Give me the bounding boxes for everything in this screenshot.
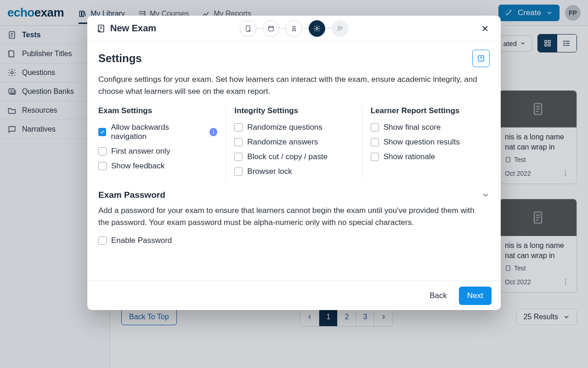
step-assign [332, 20, 348, 37]
col-integrity-settings: Integrity Settings Randomize questions R… [226, 106, 362, 180]
checkbox-icon [371, 123, 379, 132]
svg-point-31 [316, 28, 318, 29]
col-title: Integrity Settings [234, 106, 353, 115]
opt-randomize-questions[interactable]: Randomize questions [234, 121, 353, 136]
checkbox-icon [234, 167, 243, 176]
opt-label: First answer only [111, 147, 170, 156]
close-button[interactable] [479, 22, 492, 35]
pw-title: Exam Password [98, 190, 165, 200]
col-learner-report: Learner Report Settings Show final score… [362, 106, 490, 180]
settings-columns: Exam Settings Allow backwards navigation… [98, 106, 490, 180]
svg-point-32 [338, 26, 340, 28]
svg-point-35 [481, 60, 481, 60]
svg-point-26 [98, 30, 100, 32]
step-schedule[interactable] [263, 20, 279, 37]
modal-header: New Exam [87, 16, 501, 41]
checkbox-icon [234, 123, 243, 132]
col-title: Learner Report Settings [371, 106, 490, 115]
back-button[interactable]: Back [427, 291, 450, 301]
opt-label: Randomize answers [247, 138, 318, 147]
pw-description: Add a password for your exam to ensure t… [98, 205, 480, 229]
opt-block-cut-copy-paste[interactable]: Block cut / copy / paste [234, 150, 353, 165]
modal-body: Settings Configure settings for your exa… [87, 41, 501, 281]
col-title: Exam Settings [98, 106, 217, 115]
col-exam-settings: Exam Settings Allow backwards navigation… [98, 106, 226, 180]
exam-password-header[interactable]: Exam Password [98, 190, 490, 200]
checkbox-icon [234, 153, 243, 161]
opt-label: Show question results [384, 138, 460, 147]
opt-allow-backwards[interactable]: Allow backwards navigation i [98, 121, 217, 145]
exam-password-section: Exam Password Add a password for your ex… [98, 190, 490, 249]
opt-browser-lock[interactable]: Browser lock [234, 165, 353, 180]
opt-label: Block cut / copy / paste [247, 152, 328, 161]
checkbox-icon [98, 128, 106, 136]
opt-show-rationale[interactable]: Show rationale [371, 150, 490, 165]
checkbox-icon [371, 138, 379, 146]
opt-randomize-answers[interactable]: Randomize answers [234, 136, 353, 150]
opt-enable-password[interactable]: Enable Password [98, 234, 490, 249]
new-exam-modal: New Exam Settings Configure settings for… [87, 16, 501, 310]
opt-label: Show feedback [111, 161, 164, 171]
chevron-down-icon [481, 191, 490, 199]
svg-point-30 [293, 26, 295, 28]
section-title: Settings [98, 52, 142, 65]
stepper [240, 20, 348, 37]
step-connector [256, 28, 263, 29]
opt-show-final-score[interactable]: Show final score [371, 121, 490, 136]
checkbox-icon [98, 236, 107, 245]
svg-point-28 [249, 29, 250, 31]
exam-icon [96, 24, 106, 33]
opt-show-question-results[interactable]: Show question results [371, 136, 490, 150]
modal-title: New Exam [96, 23, 156, 34]
modal-footer: Back Next [87, 281, 501, 310]
step-details[interactable] [240, 20, 256, 37]
step-connector [302, 28, 309, 29]
step-connector [279, 28, 286, 29]
svg-rect-29 [269, 26, 274, 31]
checkbox-icon [371, 153, 379, 161]
opt-label: Randomize questions [247, 123, 322, 132]
modal-title-text: New Exam [110, 23, 156, 34]
opt-label: Enable Password [111, 236, 172, 245]
opt-label: Browser lock [247, 167, 292, 176]
checkbox-icon [98, 162, 107, 170]
opt-first-answer-only[interactable]: First answer only [98, 145, 217, 160]
step-connector [325, 28, 332, 29]
checkbox-icon [234, 138, 243, 146]
next-button[interactable]: Next [459, 287, 492, 305]
opt-label: Show final score [384, 123, 441, 132]
opt-label: Allow backwards navigation [111, 123, 203, 141]
info-icon[interactable]: i [209, 128, 217, 136]
step-settings[interactable] [309, 20, 325, 37]
help-button[interactable] [472, 50, 490, 67]
step-grading[interactable] [286, 20, 302, 37]
opt-show-feedback[interactable]: Show feedback [98, 160, 217, 174]
opt-label: Show rationale [384, 152, 435, 161]
svg-point-33 [341, 27, 342, 29]
checkbox-icon [98, 147, 107, 155]
section-description: Configure settings for your exam. Set ho… [98, 74, 480, 98]
